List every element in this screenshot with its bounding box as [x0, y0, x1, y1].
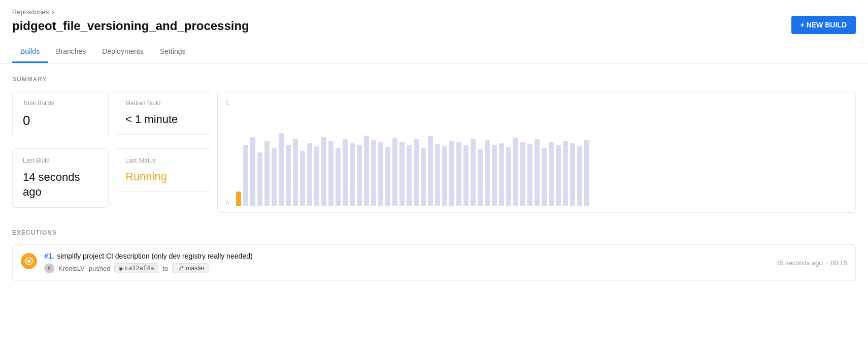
chart-bar: [243, 145, 248, 206]
chart-bar: [250, 137, 255, 206]
last-build-value: 14 seconds ago: [23, 170, 98, 199]
last-status-label: Last Status: [125, 157, 201, 164]
execution-title-row: #1. simplify project CI description (onl…: [44, 252, 769, 260]
header-row: Repositories › pidgeot_file_versioning_a…: [12, 8, 856, 41]
summary-grid: Total Builds 0 Median Build < 1 minute 1…: [12, 91, 856, 213]
last-status-value: Running: [125, 170, 201, 183]
svg-point-1: [27, 260, 30, 263]
main-content: SUMMARY Total Builds 0 Median Build < 1 …: [0, 64, 868, 293]
last-status-card: Last Status Running: [115, 148, 211, 192]
execution-description: simplify project CI description (only de…: [57, 252, 252, 260]
repositories-link[interactable]: Repositories: [12, 8, 49, 16]
chart-bar: [463, 145, 469, 206]
chart-bar: [520, 142, 525, 206]
chart-zero-label: 0: [226, 200, 229, 206]
chart-bar: [236, 192, 241, 206]
commit-badge: ◉ ca12af4a: [114, 263, 158, 273]
git-commit-icon: ◉: [119, 265, 122, 272]
chart-bar: [407, 145, 412, 206]
chart-bar: [535, 139, 540, 206]
git-branch-icon: ⎇: [177, 265, 184, 272]
execution-row: #1. simplify project CI description (onl…: [12, 244, 856, 281]
last-build-card: Last Build 14 seconds ago: [12, 148, 109, 208]
chart-bar: [385, 147, 390, 206]
chart-y-label: 1: [226, 100, 229, 106]
page-header: Repositories › pidgeot_file_versioning_a…: [0, 0, 868, 64]
commit-hash: ca12af4a: [125, 265, 154, 272]
chart-bar: [357, 145, 362, 206]
chart-bar: [392, 138, 397, 206]
execution-action: pushed: [89, 265, 111, 272]
chart-bar: [264, 141, 270, 206]
chart-bar: [343, 139, 348, 206]
tab-settings[interactable]: Settings: [152, 41, 194, 63]
chart-bar: [428, 136, 433, 206]
chart-bar: [314, 146, 319, 206]
summary-section-title: SUMMARY: [12, 76, 856, 83]
chevron-icon: ›: [52, 8, 54, 16]
duration: 00:15: [830, 259, 847, 267]
execution-number: #1.: [44, 252, 54, 260]
chart-bar: [350, 143, 355, 206]
execution-author: KronisLV: [58, 265, 85, 272]
chart-bar: [286, 145, 291, 206]
execution-to: to: [162, 265, 168, 272]
last-build-label: Last Build: [23, 157, 98, 164]
total-builds-label: Total Builds: [23, 100, 98, 107]
chart-bar: [300, 151, 305, 206]
branch-badge: ⎇ master: [172, 263, 209, 273]
total-builds-value: 0: [23, 113, 98, 129]
chart-bar: [584, 140, 589, 206]
chart-bar: [336, 148, 341, 206]
total-builds-card: Total Builds 0: [12, 91, 109, 137]
chart-bar: [293, 139, 298, 206]
chart-bar: [272, 148, 277, 206]
title-area: Repositories › pidgeot_file_versioning_a…: [12, 8, 249, 41]
branch-name: master: [186, 265, 205, 272]
chart-bar: [478, 149, 483, 206]
chart-inner: 1 0: [226, 98, 847, 206]
chart-bar: [499, 143, 504, 206]
executions-section-title: EXECUTIONS: [12, 229, 856, 236]
chart-bar: [257, 152, 262, 206]
tab-branches[interactable]: Branches: [48, 41, 94, 63]
chart-bar: [549, 142, 554, 206]
avatar: K: [44, 263, 54, 273]
builds-chart: 1 0: [217, 91, 856, 213]
chart-bar: [527, 144, 532, 206]
tab-builds[interactable]: Builds: [12, 41, 48, 63]
chart-bar: [485, 140, 490, 206]
chart-bar: [556, 145, 561, 206]
new-build-button[interactable]: + NEW BUILD: [791, 16, 856, 34]
tab-deployments[interactable]: Deployments: [94, 41, 152, 63]
execution-main: #1. simplify project CI description (onl…: [44, 252, 769, 273]
chart-bar: [364, 136, 369, 206]
chart-bar: [449, 141, 454, 206]
chart-bar: [506, 147, 511, 206]
breadcrumb: Repositories ›: [12, 8, 249, 16]
chart-bar: [279, 133, 284, 206]
chart-bar: [471, 139, 476, 206]
chart-bar: [456, 142, 461, 206]
execution-meta: K KronisLV pushed ◉ ca12af4a to ⎇ master: [44, 263, 769, 273]
median-build-label: Median Build: [125, 100, 201, 107]
chart-bar: [570, 143, 575, 206]
page-title: pidgeot_file_versioning_and_processing: [12, 19, 249, 33]
tab-nav: Builds Branches Deployments Settings: [12, 41, 856, 63]
chart-bar: [328, 141, 333, 206]
chart-bar: [399, 142, 405, 206]
median-build-value: < 1 minute: [125, 113, 201, 126]
chart-bar: [414, 139, 419, 206]
chart-bar: [577, 146, 582, 206]
chart-bar: [492, 145, 497, 206]
chart-bar: [321, 137, 326, 206]
chart-bar: [563, 141, 568, 206]
executions-section: EXECUTIONS #1. simplify project CI descr…: [12, 229, 856, 281]
chart-bar: [542, 148, 547, 206]
chart-bar: [371, 140, 376, 206]
median-build-card: Median Build < 1 minute: [115, 91, 211, 135]
execution-status-icon: [21, 253, 37, 269]
execution-timing: 15 seconds ago · 00:15: [776, 259, 847, 267]
chart-bar: [513, 138, 518, 206]
time-ago: 15 seconds ago: [776, 259, 823, 267]
